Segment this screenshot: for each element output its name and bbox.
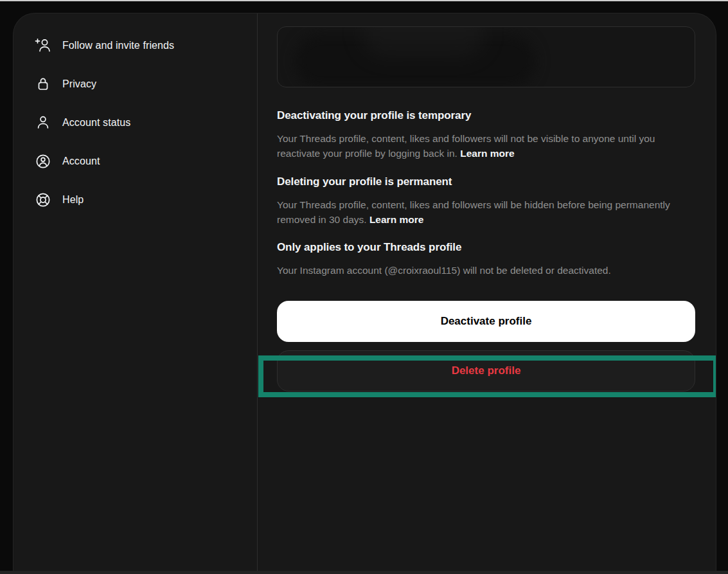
delete-deactivate-settings: Deactivating your profile is temporary Y… xyxy=(258,13,716,571)
deactivate-profile-button[interactable]: Deactivate profile xyxy=(277,301,695,342)
sidebar-item-label: Privacy xyxy=(62,78,96,90)
window-top-edge xyxy=(0,0,728,1)
sidebar-item-label: Account status xyxy=(62,117,130,129)
settings-sidebar: Follow and invite friends Privacy Accoun… xyxy=(13,13,257,571)
sidebar-item-follow-invite[interactable]: Follow and invite friends xyxy=(13,26,257,65)
redacted-header-box xyxy=(277,26,695,87)
person-icon xyxy=(34,114,52,131)
section-body-text: Your Threads profile, content, likes and… xyxy=(277,199,670,225)
delete-profile-button[interactable]: Delete profile xyxy=(277,350,695,391)
sidebar-item-label: Account xyxy=(62,156,100,167)
redacted-blur-blob xyxy=(361,26,486,57)
sidebar-item-account[interactable]: Account xyxy=(13,142,257,181)
sidebar-item-label: Help xyxy=(62,194,84,206)
window-bottom-edge xyxy=(0,571,728,574)
section-title-only-applies: Only applies to your Threads profile xyxy=(277,241,695,254)
section-body-only-applies: Your Instagram account (@croixraoul115) … xyxy=(277,263,691,278)
learn-more-link[interactable]: Learn more xyxy=(369,214,423,225)
learn-more-link[interactable]: Learn more xyxy=(460,148,514,159)
person-circle-icon xyxy=(34,153,52,170)
sidebar-item-label: Follow and invite friends xyxy=(62,40,174,51)
sidebar-item-privacy[interactable]: Privacy xyxy=(13,65,257,103)
settings-panel: Follow and invite friends Privacy Accoun… xyxy=(13,13,716,571)
sidebar-item-account-status[interactable]: Account status xyxy=(13,103,257,142)
section-body-deleting: Your Threads profile, content, likes and… xyxy=(277,197,691,227)
section-body-deactivating: Your Threads profile, content, likes and… xyxy=(277,131,691,161)
lifebuoy-icon xyxy=(34,192,52,208)
section-title-deactivating: Deactivating your profile is temporary xyxy=(277,109,695,122)
add-person-icon xyxy=(34,37,52,54)
section-title-deleting: Deleting your profile is permanent xyxy=(277,175,695,188)
delete-profile-button-wrapper: Delete profile xyxy=(277,350,695,391)
sidebar-item-help[interactable]: Help xyxy=(13,181,257,219)
section-body-text: Your Instagram account (@croixraoul115) … xyxy=(277,265,611,276)
lock-icon xyxy=(34,76,52,93)
